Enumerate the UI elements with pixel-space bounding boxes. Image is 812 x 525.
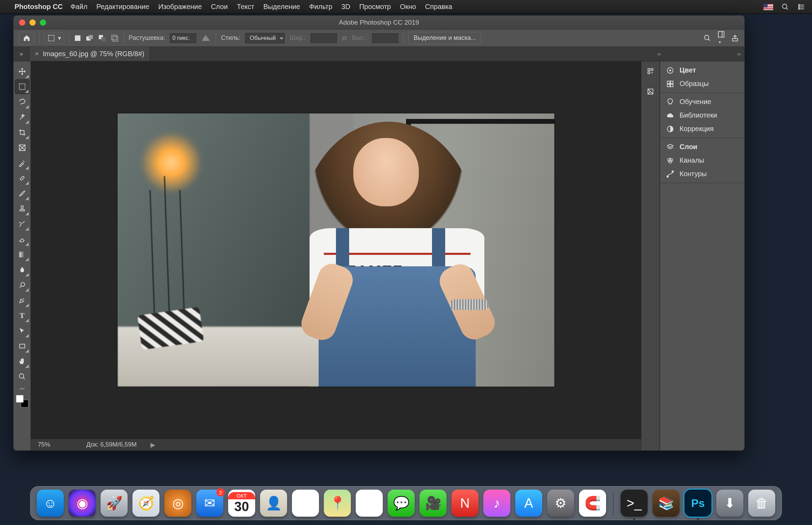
window-titlebar[interactable]: Adobe Photoshop CC 2019 — [14, 16, 744, 29]
panel-swatches[interactable]: Образцы — [660, 77, 744, 91]
history-panel-icon[interactable] — [645, 66, 656, 77]
dock-itunes[interactable]: ♪ — [483, 490, 510, 517]
dock-messages[interactable]: 💬 — [388, 490, 415, 517]
dock-news[interactable]: N — [451, 490, 478, 517]
canvas-viewport[interactable] — [31, 61, 641, 439]
document-image[interactable] — [118, 113, 554, 387]
zoom-level[interactable]: 75% — [38, 441, 72, 448]
close-window-button[interactable] — [19, 19, 25, 26]
panel-layers[interactable]: Слои — [660, 140, 744, 154]
minimize-window-button[interactable] — [29, 19, 36, 26]
menu-file[interactable]: Файл — [70, 3, 87, 11]
panel-color[interactable]: Цвет — [660, 63, 744, 77]
tool-healing[interactable] — [15, 171, 29, 186]
dock-appstore[interactable]: A — [515, 490, 542, 517]
tool-dodge[interactable] — [15, 278, 29, 292]
tool-stamp[interactable] — [15, 201, 29, 216]
close-tab-icon[interactable]: × — [35, 50, 39, 58]
properties-panel-icon[interactable] — [645, 86, 656, 97]
status-menu-icon[interactable]: ▶ — [150, 441, 155, 449]
dock-photoshop[interactable]: Ps — [684, 490, 711, 517]
panel-paths[interactable]: Контуры — [660, 167, 744, 181]
tool-brush[interactable] — [15, 186, 29, 201]
tool-magic-wand[interactable] — [15, 110, 29, 124]
menu-select[interactable]: Выделение — [263, 3, 300, 11]
style-select[interactable]: Обычный — [245, 33, 285, 43]
menu-3d[interactable]: 3D — [342, 3, 351, 11]
tool-move[interactable] — [15, 64, 29, 79]
tool-lasso[interactable] — [15, 95, 29, 109]
dock-terminal[interactable]: >_ — [621, 490, 648, 517]
dock-contacts[interactable]: 👤 — [260, 490, 287, 517]
new-selection-icon[interactable] — [74, 35, 81, 42]
add-selection-icon[interactable] — [86, 34, 94, 42]
tool-eyedropper[interactable] — [15, 156, 29, 170]
dock-finder[interactable]: ☺ — [37, 490, 64, 517]
dock-downloads[interactable]: ⬇ — [716, 490, 743, 517]
tool-eraser[interactable] — [15, 232, 29, 247]
dock-launchpad[interactable]: 🚀 — [101, 490, 128, 517]
panel-adjustments[interactable]: Коррекция — [660, 122, 744, 136]
menubar-app-name[interactable]: Photoshop CC — [15, 3, 63, 11]
tool-crop[interactable] — [15, 125, 29, 140]
control-center-icon[interactable] — [797, 3, 805, 11]
foreground-background-swatch[interactable] — [16, 395, 28, 407]
tool-path-select[interactable] — [15, 324, 29, 338]
doc-size[interactable]: Док: 6,59M/6,59M — [86, 441, 137, 448]
tool-type[interactable]: T — [15, 308, 29, 323]
expand-toolbar-icon[interactable]: » — [14, 47, 29, 61]
tool-hand[interactable] — [15, 354, 29, 369]
menu-filter[interactable]: Фильтр — [309, 3, 332, 11]
panel-libraries[interactable]: Библиотеки — [660, 109, 744, 122]
dock-reminders[interactable]: ☲ — [292, 490, 319, 517]
dock-books[interactable]: 📚 — [653, 490, 680, 517]
dock-preferences[interactable]: ⚙ — [547, 490, 574, 517]
tool-blur[interactable] — [15, 262, 29, 277]
spotlight-icon[interactable] — [781, 3, 789, 11]
collapse-panels-icon[interactable]: ‹‹ — [737, 51, 741, 57]
menu-view[interactable]: Просмотр — [359, 3, 391, 11]
dock-mail[interactable]: ✉2 — [196, 490, 223, 517]
dock-safari[interactable]: 🧭 — [132, 490, 159, 517]
menu-layers[interactable]: Слои — [211, 3, 228, 11]
menu-image[interactable]: Изображение — [158, 3, 202, 11]
dock-facetime[interactable]: 🎥 — [420, 490, 447, 517]
document-tab[interactable]: × Images_60.jpg @ 75% (RGB/8#) — [29, 47, 150, 61]
share-icon[interactable] — [731, 34, 739, 42]
menu-window[interactable]: Окно — [400, 3, 416, 11]
style-label: Стиль: — [221, 34, 240, 42]
select-and-mask-button[interactable]: Выделение и маска... — [408, 32, 481, 44]
menu-help[interactable]: Справка — [425, 3, 452, 11]
tool-rectangle[interactable] — [15, 339, 29, 353]
panel-learn[interactable]: Обучение — [660, 95, 744, 109]
workspace-switcher-icon[interactable]: ▾ — [717, 31, 725, 45]
dock-calendar[interactable]: ОКТ30 — [228, 490, 255, 517]
dock-maps[interactable]: 📍 — [324, 490, 351, 517]
input-language-flag-icon[interactable] — [763, 4, 773, 10]
current-tool-chip[interactable]: ▾ — [44, 33, 64, 44]
tool-history-brush[interactable] — [15, 217, 29, 231]
tool-marquee[interactable] — [15, 79, 29, 94]
dock-showcase[interactable]: ◎ — [164, 490, 191, 517]
intersect-selection-icon[interactable] — [111, 34, 119, 42]
panel-channels[interactable]: Каналы — [660, 154, 744, 167]
chevron-down-icon: ▾ — [58, 34, 61, 42]
tool-gradient[interactable] — [15, 247, 29, 262]
menu-type[interactable]: Текст — [237, 3, 254, 11]
tool-zoom[interactable] — [15, 369, 29, 384]
dock-photos[interactable]: ✿ — [356, 490, 383, 517]
zoom-window-button[interactable] — [40, 19, 46, 26]
antialias-icon[interactable] — [201, 35, 211, 42]
tool-pen[interactable] — [15, 293, 29, 308]
subtract-selection-icon[interactable] — [98, 34, 106, 42]
dock-trash[interactable]: 🗑 — [748, 490, 775, 517]
dock-siri[interactable]: ◉ — [69, 490, 96, 517]
search-icon[interactable] — [703, 34, 711, 42]
feather-input[interactable] — [170, 33, 196, 43]
home-button[interactable] — [19, 32, 34, 44]
more-tools-icon[interactable]: ••• — [19, 386, 25, 391]
collapse-midpanel-icon[interactable]: ‹‹ — [657, 51, 661, 57]
tool-frame[interactable] — [15, 140, 29, 155]
menu-edit[interactable]: Редактирование — [96, 3, 149, 11]
dock-magnet[interactable]: 🧲 — [579, 490, 606, 517]
